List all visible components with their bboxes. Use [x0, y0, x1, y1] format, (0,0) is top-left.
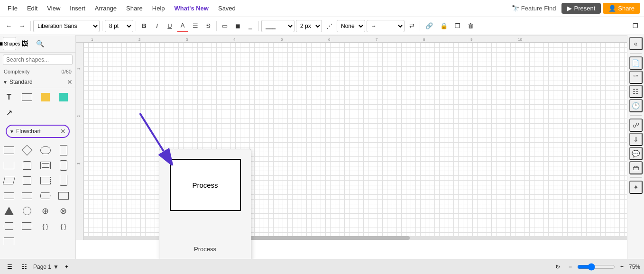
fc-shape24[interactable]: { } [56, 219, 71, 233]
link-button[interactable]: 🔗 [423, 20, 436, 32]
image-icon: 🖼 [21, 40, 28, 47]
undo-button[interactable]: ← [3, 20, 15, 32]
menu-view[interactable]: View [43, 3, 64, 14]
menu-saved[interactable]: Saved [214, 3, 239, 14]
svg-text:7: 7 [376, 37, 378, 42]
fc-shape12[interactable] [56, 174, 71, 188]
zoom-controls: ↻ − + 75% [552, 262, 640, 272]
shape-preview-box: Process [170, 159, 241, 211]
layers-button[interactable]: ☍ [629, 119, 643, 132]
clock-button[interactable]: 🕐 [629, 99, 643, 112]
svg-text:10: 10 [518, 37, 522, 42]
svg-text:1: 1 [91, 37, 93, 42]
fc-shape15[interactable] [38, 189, 53, 203]
fc-triangle[interactable] [2, 204, 16, 218]
database-button[interactable]: 🗃 [629, 161, 643, 174]
line-width-select[interactable]: 2 px [296, 20, 322, 32]
fc-xcircle[interactable]: ⊗ [56, 204, 71, 218]
menu-share[interactable]: Share [122, 3, 147, 14]
canvas-container[interactable]: 1 2 3 4 5 6 7 8 9 10 [76, 35, 627, 259]
lock-button[interactable]: 🔒 [437, 20, 451, 32]
add-page-button[interactable]: + [62, 262, 72, 272]
standard-shapes-grid: T ↗ [0, 88, 75, 121]
present-button[interactable]: ▶ Present [561, 3, 601, 14]
fc-shape10[interactable] [20, 174, 34, 188]
fc-data[interactable] [56, 143, 71, 157]
fc-shape7[interactable] [38, 158, 53, 173]
flip-button[interactable]: ⇄ [406, 20, 417, 32]
flowchart-close-button[interactable]: ✕ [60, 128, 66, 135]
search-input[interactable] [3, 55, 73, 65]
duplicate-button[interactable]: ❐ [452, 20, 463, 32]
line-color-button[interactable]: ⎯ [245, 20, 256, 32]
standard-close-button[interactable]: ✕ [67, 78, 73, 86]
font-size-select[interactable]: 8 pt [105, 20, 133, 32]
menu-edit[interactable]: Edit [23, 3, 41, 14]
strikethrough-button[interactable]: S [202, 20, 214, 32]
fc-shape13[interactable] [2, 189, 16, 203]
page-indicator[interactable]: Page 1 ▼ [33, 264, 59, 270]
fc-shape16[interactable] [56, 189, 71, 203]
fc-terminal[interactable] [38, 143, 53, 157]
menu-insert[interactable]: Insert [66, 3, 89, 14]
font-select[interactable]: Liberation Sans [33, 20, 100, 32]
svg-text:2: 2 [77, 115, 80, 117]
zoom-slider[interactable] [577, 263, 615, 271]
zoom-out-button[interactable]: − [565, 262, 575, 272]
fc-shape8[interactable] [56, 158, 71, 173]
table-button[interactable]: ☷ [629, 85, 643, 98]
underline-button[interactable]: U [164, 20, 175, 32]
shape-outline-button[interactable]: ▭ [219, 20, 230, 32]
fc-circle[interactable] [20, 204, 34, 218]
start-arrow-select[interactable]: → [367, 20, 405, 32]
fc-shape23[interactable]: { } [38, 219, 53, 233]
menu-arrange[interactable]: Arrange [91, 3, 120, 14]
collapse-right-panel-button[interactable]: « [629, 37, 643, 50]
std-text-shape[interactable]: T [2, 90, 16, 104]
search-shapes-tab[interactable]: 🔍 [33, 37, 46, 50]
fc-cross[interactable]: ⊕ [38, 204, 53, 218]
font-color-button[interactable]: A [177, 20, 188, 32]
std-rect-shape[interactable] [20, 90, 34, 104]
menu-help[interactable]: Help [148, 3, 169, 14]
fc-process[interactable] [2, 143, 16, 157]
grid-view-button[interactable]: ☷ [18, 262, 30, 272]
redo-button[interactable]: → [16, 20, 28, 32]
delete-button[interactable]: 🗑 [465, 20, 477, 32]
fc-shape21[interactable] [2, 219, 16, 233]
fc-shape5[interactable] [2, 158, 16, 173]
line-style-select[interactable]: ⎯⎯⎯ [261, 20, 294, 32]
align-button[interactable]: ☰ [190, 20, 201, 32]
std-note-shape[interactable] [38, 90, 53, 104]
fc-shape6[interactable] [20, 158, 34, 173]
bold-button[interactable]: B [138, 20, 150, 32]
image-tab[interactable]: 🖼 [18, 37, 31, 50]
fc-shape14[interactable] [20, 189, 34, 203]
share-button[interactable]: 👤 Share [603, 3, 640, 14]
std-cyan-shape[interactable] [56, 90, 71, 104]
end-arrow-select[interactable]: None [337, 20, 365, 32]
fc-shape25[interactable] [2, 234, 16, 248]
fullscreen-button[interactable]: ❐ [630, 20, 641, 32]
fc-shape22[interactable] [20, 219, 34, 233]
feature-find[interactable]: 🔭 Feature Find [512, 5, 556, 12]
page-properties-button[interactable]: 📄 [629, 56, 643, 70]
fill-button[interactable]: ◼ [232, 20, 243, 32]
reset-zoom-button[interactable]: ↻ [552, 262, 563, 272]
quote-button[interactable]: “” [629, 71, 643, 84]
list-view-button[interactable]: ☰ [4, 262, 16, 272]
flowchart-arrow-icon: ▼ [9, 129, 14, 134]
menu-whats-new[interactable]: What's New [171, 3, 212, 14]
shapes-tab[interactable]: ■ Shapes [3, 37, 16, 50]
fc-shape11[interactable] [38, 174, 53, 188]
italic-button[interactable]: I [151, 20, 163, 32]
waypoint-button[interactable]: ⋰ [323, 20, 335, 32]
menu-file[interactable]: File [4, 3, 21, 14]
comment-button[interactable]: 💬 [629, 147, 643, 160]
extras-button[interactable]: ✦ [629, 181, 643, 194]
zoom-in-button[interactable]: + [617, 262, 627, 272]
fc-shape9[interactable] [2, 174, 16, 188]
fc-decision[interactable] [20, 143, 34, 157]
std-arrow-shape[interactable]: ↗ [2, 105, 16, 119]
download-button[interactable]: ⇓ [629, 133, 643, 146]
